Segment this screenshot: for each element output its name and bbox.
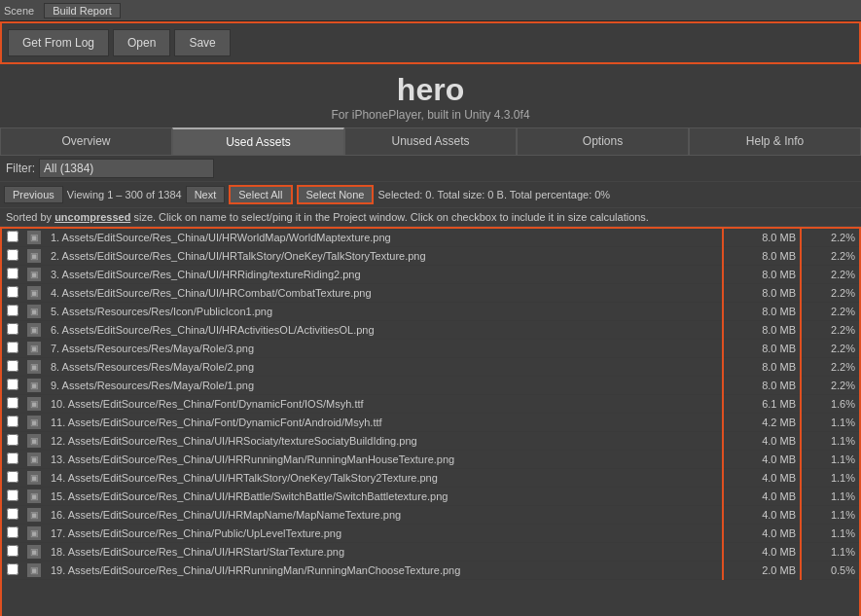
asset-name[interactable]: 2. Assets/EditSource/Res_China/UI/HRTalk…: [45, 247, 723, 266]
asset-percentage: 2.2%: [801, 247, 859, 266]
row-checkbox[interactable]: [7, 545, 18, 557]
table-row: ▣9. Assets/Resources/Res/Maya/Role/1.png…: [2, 377, 859, 395]
row-checkbox[interactable]: [7, 360, 18, 372]
asset-percentage: 1.1%: [801, 432, 859, 451]
asset-icon: ▣: [27, 397, 41, 411]
row-checkbox[interactable]: [7, 416, 18, 427]
asset-percentage: 2.2%: [801, 284, 859, 303]
asset-percentage: 2.2%: [801, 303, 859, 321]
asset-percentage: 1.1%: [801, 469, 859, 488]
asset-size: 4.2 MB: [723, 414, 801, 432]
asset-icon: ▣: [27, 416, 41, 429]
asset-percentage: 1.1%: [801, 543, 859, 562]
tab-used-assets[interactable]: Used Assets: [172, 127, 344, 155]
asset-name[interactable]: 5. Assets/Resources/Res/Icon/PublicIcon1…: [45, 303, 723, 321]
asset-name[interactable]: 6. Assets/EditSource/Res_China/UI/HRActi…: [45, 321, 723, 340]
asset-percentage: 1.6%: [801, 395, 859, 414]
asset-size: 4.0 MB: [723, 506, 801, 525]
asset-name[interactable]: 12. Assets/EditSource/Res_China/UI/HRSoc…: [45, 432, 723, 451]
asset-icon: ▣: [27, 526, 41, 540]
asset-size: 8.0 MB: [723, 266, 801, 284]
asset-name[interactable]: 7. Assets/Resources/Res/Maya/Role/3.png: [45, 340, 723, 358]
asset-name[interactable]: 17. Assets/EditSource/Res_China/Public/U…: [45, 525, 723, 543]
scene-label: Scene: [4, 5, 34, 17]
get-from-log-button[interactable]: Get From Log: [8, 29, 109, 56]
row-checkbox[interactable]: [7, 286, 18, 298]
asset-percentage: 1.1%: [801, 506, 859, 525]
tab-overview[interactable]: Overview: [0, 127, 172, 155]
asset-icon: ▣: [27, 379, 41, 392]
asset-tbody: ▣1. Assets/EditSource/Res_China/UI/HRWor…: [2, 229, 859, 580]
asset-name[interactable]: 15. Assets/EditSource/Res_China/UI/HRBat…: [45, 488, 723, 506]
asset-name[interactable]: 13. Assets/EditSource/Res_China/UI/HRRun…: [45, 451, 723, 469]
asset-icon: ▣: [27, 360, 41, 374]
asset-table: ▣1. Assets/EditSource/Res_China/UI/HRWor…: [2, 229, 859, 580]
asset-name[interactable]: 4. Assets/EditSource/Res_China/UI/HRComb…: [45, 284, 723, 303]
table-row: ▣8. Assets/Resources/Res/Maya/Role/2.png…: [2, 358, 859, 377]
row-checkbox[interactable]: [7, 342, 18, 353]
tab-help-&-info[interactable]: Help & Info: [689, 127, 861, 155]
tabs: OverviewUsed AssetsUnused AssetsOptionsH…: [0, 127, 861, 156]
row-checkbox[interactable]: [7, 379, 18, 390]
asset-size: 8.0 MB: [723, 247, 801, 266]
table-row: ▣13. Assets/EditSource/Res_China/UI/HRRu…: [2, 451, 859, 469]
row-checkbox[interactable]: [7, 471, 18, 483]
row-checkbox[interactable]: [7, 453, 18, 464]
asset-name[interactable]: 10. Assets/EditSource/Res_China/Font/Dyn…: [45, 395, 723, 414]
next-button[interactable]: Next: [186, 186, 226, 203]
build-report-tab[interactable]: Build Report: [44, 3, 121, 18]
asset-icon: ▣: [27, 323, 41, 337]
row-checkbox[interactable]: [7, 563, 18, 575]
table-row: ▣7. Assets/Resources/Res/Maya/Role/3.png…: [2, 340, 859, 358]
asset-icon: ▣: [27, 249, 41, 263]
filter-input[interactable]: [39, 159, 214, 178]
asset-name[interactable]: 1. Assets/EditSource/Res_China/UI/HRWorl…: [45, 229, 723, 247]
asset-icon: ▣: [27, 453, 41, 466]
asset-name[interactable]: 8. Assets/Resources/Res/Maya/Role/2.png: [45, 358, 723, 377]
row-checkbox[interactable]: [7, 526, 18, 538]
select-all-button[interactable]: Select All: [229, 185, 292, 204]
asset-name[interactable]: 14. Assets/EditSource/Res_China/UI/HRTal…: [45, 469, 723, 488]
info-text2: size. Click on name to select/ping it in…: [130, 211, 649, 223]
table-row: ▣1. Assets/EditSource/Res_China/UI/HRWor…: [2, 229, 859, 247]
row-checkbox[interactable]: [7, 305, 18, 316]
row-checkbox[interactable]: [7, 323, 18, 335]
asset-percentage: 2.2%: [801, 358, 859, 377]
asset-name[interactable]: 3. Assets/EditSource/Res_China/UI/HRRidi…: [45, 266, 723, 284]
row-checkbox[interactable]: [7, 397, 18, 409]
asset-name[interactable]: 18. Assets/EditSource/Res_China/UI/HRSta…: [45, 543, 723, 562]
asset-percentage: 2.2%: [801, 377, 859, 395]
asset-name[interactable]: 16. Assets/EditSource/Res_China/UI/HRMap…: [45, 506, 723, 525]
asset-icon: ▣: [27, 545, 41, 559]
asset-name[interactable]: 11. Assets/EditSource/Res_China/Font/Dyn…: [45, 414, 723, 432]
asset-icon: ▣: [27, 489, 41, 503]
row-checkbox[interactable]: [7, 249, 18, 261]
asset-icon: ▣: [27, 268, 41, 281]
asset-list-container[interactable]: ▣1. Assets/EditSource/Res_China/UI/HRWor…: [0, 227, 861, 616]
row-checkbox[interactable]: [7, 434, 18, 446]
table-row: ▣16. Assets/EditSource/Res_China/UI/HRMa…: [2, 506, 859, 525]
open-button[interactable]: Open: [113, 29, 170, 56]
asset-name[interactable]: 19. Assets/EditSource/Res_China/UI/HRRun…: [45, 562, 723, 580]
asset-percentage: 0.5%: [801, 562, 859, 580]
hero-subtitle: For iPhonePlayer, built in Unity 4.3.0f4: [0, 108, 861, 122]
row-checkbox[interactable]: [7, 268, 18, 279]
asset-icon: ▣: [27, 434, 41, 448]
select-none-button[interactable]: Select None: [297, 185, 375, 204]
row-checkbox[interactable]: [7, 508, 18, 520]
asset-icon: ▣: [27, 342, 41, 355]
row-checkbox[interactable]: [7, 489, 18, 501]
tab-options[interactable]: Options: [517, 127, 689, 155]
previous-button[interactable]: Previous: [4, 186, 63, 203]
info-line: Sorted by uncompressed size. Click on na…: [0, 208, 861, 227]
save-button[interactable]: Save: [174, 29, 230, 56]
asset-icon: ▣: [27, 563, 41, 577]
asset-size: 4.0 MB: [723, 451, 801, 469]
info-text1: Sorted by: [6, 211, 54, 223]
table-row: ▣19. Assets/EditSource/Res_China/UI/HRRu…: [2, 562, 859, 580]
asset-size: 8.0 MB: [723, 229, 801, 247]
tab-unused-assets[interactable]: Unused Assets: [344, 127, 517, 155]
hero-section: hero For iPhonePlayer, built in Unity 4.…: [0, 64, 861, 124]
asset-name[interactable]: 9. Assets/Resources/Res/Maya/Role/1.png: [45, 377, 723, 395]
row-checkbox[interactable]: [7, 231, 18, 242]
